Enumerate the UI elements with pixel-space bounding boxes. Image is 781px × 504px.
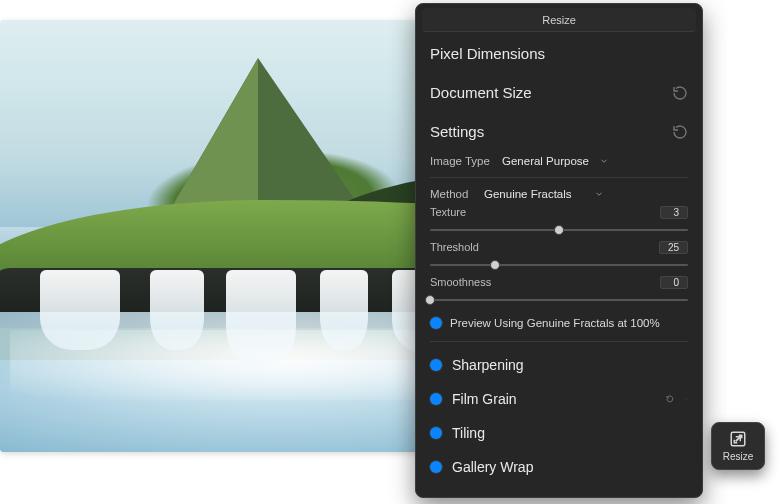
slider-texture[interactable]: Texture 3 [416, 204, 702, 239]
radio-on-icon [430, 461, 442, 473]
feature-label: Sharpening [452, 357, 524, 373]
resize-tool-button[interactable]: Resize [711, 422, 765, 470]
reset-icon[interactable] [672, 124, 688, 140]
chevron-down-icon[interactable] [594, 189, 604, 199]
radio-on-icon [430, 393, 442, 405]
slider-label: Texture [430, 206, 466, 219]
preview-toggle[interactable]: Preview Using Genuine Fractals at 100% [416, 309, 702, 335]
section-document-size[interactable]: Document Size [416, 73, 702, 112]
resize-icon [729, 430, 747, 448]
feature-tiling[interactable]: Tiling [416, 416, 702, 450]
feature-sharpening[interactable]: Sharpening [416, 348, 702, 382]
section-label: Document Size [430, 84, 532, 101]
slider-knob[interactable] [425, 295, 435, 305]
slider-knob[interactable] [554, 225, 564, 235]
radio-on-icon [430, 317, 442, 329]
radio-on-icon [430, 359, 442, 371]
feature-label: Tiling [452, 425, 485, 441]
section-settings[interactable]: Settings [416, 112, 702, 151]
preview-label: Preview Using Genuine Fractals at 100% [450, 317, 660, 329]
divider [430, 177, 688, 178]
method-label: Method [430, 188, 478, 200]
slider-value[interactable]: 25 [659, 241, 688, 254]
feature-label: Gallery Wrap [452, 459, 533, 475]
resize-tool-label: Resize [723, 451, 754, 462]
section-label: Pixel Dimensions [430, 45, 545, 62]
image-type-value: General Purpose [502, 155, 589, 167]
reset-icon[interactable] [666, 395, 674, 403]
slider-label: Threshold [430, 241, 479, 254]
divider [430, 341, 688, 342]
radio-on-icon [430, 427, 442, 439]
reset-icon[interactable] [672, 85, 688, 101]
chevron-down-icon[interactable] [599, 156, 609, 166]
feature-label: Film Grain [452, 391, 517, 407]
resize-panel: Resize Pixel Dimensions Document Size Se… [415, 3, 703, 498]
panel-title: Resize [422, 8, 696, 32]
slider-value[interactable]: 0 [660, 276, 688, 289]
slider-label: Smoothness [430, 276, 491, 289]
section-pixel-dimensions[interactable]: Pixel Dimensions [416, 34, 702, 73]
image-type-row[interactable]: Image Type General Purpose [416, 151, 702, 171]
section-label: Settings [430, 123, 484, 140]
image-type-label: Image Type [430, 155, 496, 167]
feature-film-grain[interactable]: Film Grain [416, 382, 702, 416]
slider-smoothness[interactable]: Smoothness 0 [416, 274, 702, 309]
slider-knob[interactable] [490, 260, 500, 270]
slider-threshold[interactable]: Threshold 25 [416, 239, 702, 274]
slider-value[interactable]: 3 [660, 206, 688, 219]
method-value: Genuine Fractals [484, 188, 572, 200]
chevron-right-icon[interactable] [684, 393, 688, 405]
method-row[interactable]: Method Genuine Fractals [416, 184, 702, 204]
feature-gallery-wrap[interactable]: Gallery Wrap [416, 450, 702, 484]
